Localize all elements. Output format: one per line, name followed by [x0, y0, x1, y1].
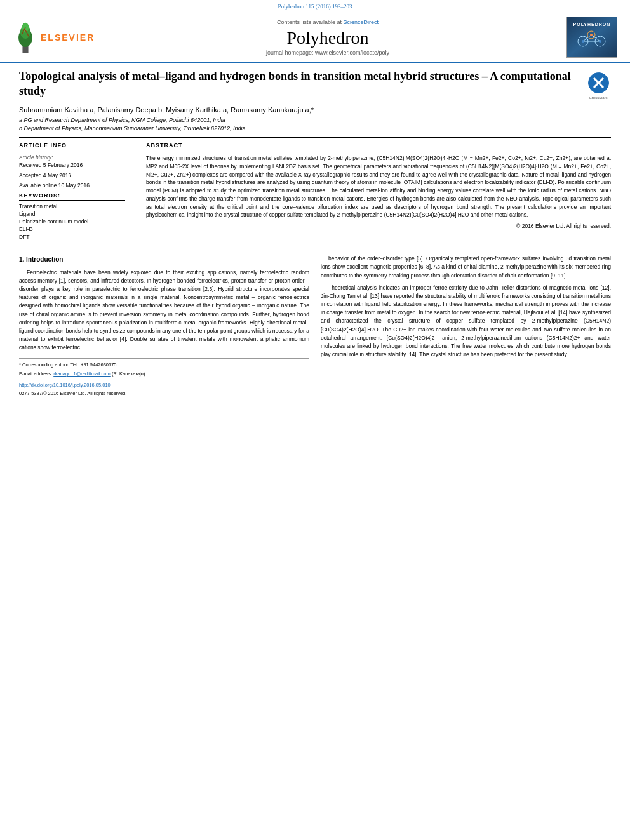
main-content: Topological analysis of metal–ligand and…: [0, 63, 630, 405]
article-info: ARTICLE INFO Article history: Received 5…: [19, 142, 133, 241]
sciencedirect-link[interactable]: ScienceDirect: [344, 19, 379, 25]
svg-point-14: [582, 40, 584, 43]
body-col-left: 1. Introduction Ferroelectric materials …: [19, 255, 309, 399]
page: Polyhedron 115 (2016) 193–203 ELSEVIER: [0, 0, 630, 840]
article-title: Topological analysis of metal–ligand and…: [19, 69, 586, 99]
elsevier-tree-icon: [13, 22, 38, 53]
affiliations: a PG and Research Department of Physics,…: [19, 116, 611, 132]
svg-point-16: [590, 34, 593, 36]
abstract-title: ABSTRACT: [146, 142, 611, 150]
footnote-area: * Corresponding author. Tel.: +91 944263…: [19, 358, 309, 397]
journal-header: ELSEVIER Contents lists available at Sci…: [0, 11, 630, 63]
journal-homepage: journal homepage: www.elsevier.com/locat…: [89, 50, 566, 56]
body-col-right: behavior of the order–disorder type [5].…: [321, 255, 611, 399]
accepted-date: Accepted 4 May 2016: [19, 172, 125, 178]
article-info-title: ARTICLE INFO: [19, 142, 125, 150]
affiliation-a: a PG and Research Department of Physics,…: [19, 116, 611, 124]
keywords-title: Keywords:: [19, 192, 125, 201]
crossmark-icon: [587, 72, 610, 94]
cover-svg: POLYHEDRON: [567, 17, 617, 57]
body-para-1: Ferroelectric materials have been widely…: [19, 269, 309, 352]
svg-text:POLYHEDRON: POLYHEDRON: [573, 22, 611, 27]
authors: Subramaniam Kavitha a, Palanisamy Deepa …: [19, 106, 611, 114]
top-bar: Polyhedron 115 (2016) 193–203: [0, 0, 630, 11]
logo-box: ELSEVIER: [13, 22, 95, 53]
svg-point-15: [599, 40, 601, 43]
keyword-5: DFT: [19, 234, 125, 240]
body-columns: 1. Introduction Ferroelectric materials …: [19, 255, 611, 399]
issn-item: 0277-5387/© 2016 Elsevier Ltd. All right…: [19, 390, 309, 397]
keyword-2: Ligand: [19, 211, 125, 217]
doi-link-item: http://dx.doi.org/10.1016/j.poly.2016.05…: [19, 382, 309, 389]
body-para-col2-1: behavior of the order–disorder type [5].…: [321, 255, 611, 280]
keyword-1: Transition metal: [19, 203, 125, 210]
section-divider: [19, 248, 611, 248]
footnote-2: E-mail address: rkanagu_1@rediffmail.com…: [19, 370, 309, 378]
elsevier-logo: ELSEVIER: [13, 22, 89, 53]
body-para-col2-2: Theoretical analysis indicates an improp…: [321, 284, 611, 359]
abstract-text: The energy minimized structures of trans…: [146, 154, 611, 219]
article-title-section: Topological analysis of metal–ligand and…: [19, 69, 611, 102]
section1-heading: 1. Introduction: [19, 255, 309, 265]
keyword-3: Polarizable continuum model: [19, 218, 125, 225]
contents-link: Contents lists available at ScienceDirec…: [89, 19, 566, 25]
journal-title: Polyhedron: [89, 28, 566, 48]
info-abstract-row: ARTICLE INFO Article history: Received 5…: [19, 137, 611, 241]
abstract-section: ABSTRACT The energy minimized structures…: [146, 142, 611, 241]
email-link[interactable]: rkanagu_1@rediffmail.com: [53, 371, 111, 377]
elsevier-text: ELSEVIER: [41, 32, 95, 43]
affiliation-b: b Department of Physics, Manonmaniam Sun…: [19, 124, 611, 133]
journal-ref: Polyhedron 115 (2016) 193–203: [278, 3, 352, 10]
keyword-4: ELI-D: [19, 226, 125, 232]
copyright: © 2016 Elsevier Ltd. All rights reserved…: [146, 223, 611, 229]
received-date: Received 5 February 2016: [19, 162, 125, 168]
history-label: Article history:: [19, 154, 125, 161]
available-date: Available online 10 May 2016: [19, 182, 125, 189]
doi-link[interactable]: http://dx.doi.org/10.1016/j.poly.2016.05…: [19, 382, 111, 388]
crossmark-badge: CrossMark: [586, 72, 611, 100]
polyhedron-cover-image: POLYHEDRON: [566, 17, 617, 58]
journal-center: Contents lists available at ScienceDirec…: [89, 19, 566, 56]
footnote-1: * Corresponding author. Tel.: +91 944263…: [19, 361, 309, 369]
